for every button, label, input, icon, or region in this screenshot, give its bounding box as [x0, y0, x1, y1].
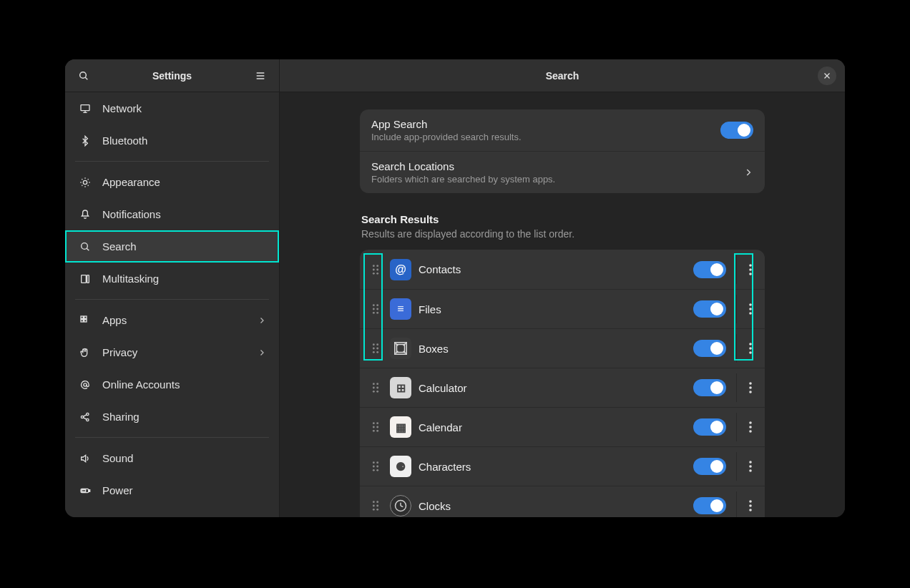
app-row-contacts: @Contacts — [360, 250, 765, 289]
sidebar-item-search[interactable]: Search — [65, 230, 279, 263]
svg-point-61 — [373, 387, 375, 389]
app-row-calculator: ⊞Calculator — [360, 368, 765, 407]
sidebar-item-apps[interactable]: Apps — [65, 304, 279, 336]
sidebar-item-label: Sharing — [102, 411, 140, 423]
kebab-icon[interactable] — [736, 452, 753, 481]
kebab-icon[interactable] — [736, 255, 753, 284]
drag-handle-icon[interactable] — [368, 334, 383, 363]
svg-point-66 — [749, 386, 752, 389]
sidebar-item-multitasking[interactable]: Multitasking — [65, 263, 279, 295]
sidebar-item-label: Sound — [102, 452, 133, 464]
app-toggle-clocks[interactable] — [693, 497, 726, 514]
main-pane: Search App Search Include app-provided s… — [280, 59, 845, 517]
svg-line-1 — [85, 77, 87, 79]
app-toggle-files[interactable] — [693, 300, 726, 318]
search-settings-card: App Search Include app-provided search r… — [360, 109, 765, 193]
svg-point-38 — [376, 308, 378, 310]
app-search-toggle[interactable] — [720, 122, 753, 139]
svg-point-28 — [373, 268, 375, 270]
app-icon-files: ≡ — [390, 298, 411, 320]
kebab-icon[interactable] — [736, 413, 753, 441]
svg-point-34 — [749, 273, 752, 275]
svg-point-47 — [376, 348, 378, 350]
app-toggle-calculator[interactable] — [693, 379, 726, 396]
app-row-calendar: ▦Calendar — [360, 407, 765, 446]
svg-point-62 — [376, 387, 378, 389]
svg-point-96 — [749, 504, 752, 507]
appearance-icon — [78, 177, 92, 188]
sidebar-item-bluetooth[interactable]: Bluetooth — [65, 124, 279, 157]
svg-point-80 — [376, 466, 378, 468]
main-header: Search — [280, 59, 845, 92]
svg-point-30 — [373, 272, 375, 274]
svg-point-84 — [749, 465, 752, 468]
search-locations-row[interactable]: Search Locations Folders which are searc… — [360, 151, 765, 193]
app-name-label: Calendar — [419, 421, 462, 433]
app-search-row: App Search Include app-provided search r… — [360, 109, 765, 151]
svg-point-39 — [373, 312, 375, 314]
sidebar-list: NetworkBluetoothAppearanceNotificationsS… — [65, 92, 279, 517]
drag-handle-icon[interactable] — [368, 295, 383, 323]
svg-point-76 — [749, 430, 752, 433]
svg-rect-22 — [89, 489, 89, 491]
app-search-label: App Search — [371, 118, 522, 130]
sidebar-item-privacy[interactable]: Privacy — [65, 336, 279, 368]
sidebar-item-sound[interactable]: Sound — [65, 442, 279, 474]
svg-point-46 — [373, 348, 375, 350]
svg-point-81 — [373, 469, 375, 471]
svg-point-59 — [373, 383, 375, 385]
svg-rect-23 — [82, 489, 85, 491]
hamburger-icon[interactable] — [250, 66, 270, 86]
svg-point-45 — [376, 343, 378, 346]
svg-point-78 — [376, 461, 378, 464]
sidebar-item-label: Search — [102, 240, 137, 253]
kebab-icon[interactable] — [736, 491, 753, 517]
chevron-right-icon — [258, 348, 266, 357]
sidebar-item-label: Privacy — [102, 346, 137, 358]
drag-handle-icon[interactable] — [368, 413, 383, 441]
drag-handle-icon[interactable] — [368, 373, 383, 402]
drag-handle-icon[interactable] — [368, 255, 383, 284]
svg-point-86 — [373, 501, 375, 503]
sidebar-item-network[interactable]: Network — [65, 92, 279, 124]
kebab-icon[interactable] — [736, 373, 753, 402]
sidebar-separator — [75, 161, 269, 162]
svg-rect-15 — [81, 319, 83, 321]
svg-point-56 — [749, 343, 752, 346]
svg-point-42 — [749, 308, 752, 310]
svg-point-40 — [376, 312, 378, 314]
sidebar-item-appearance[interactable]: Appearance — [65, 166, 279, 198]
search-results-sub: Results are displayed according to the l… — [361, 228, 765, 240]
svg-point-8 — [83, 180, 87, 184]
app-name-label: Calculator — [419, 382, 467, 394]
app-toggle-boxes[interactable] — [693, 340, 726, 357]
app-row-boxes: Boxes — [360, 328, 765, 368]
kebab-icon[interactable] — [736, 295, 753, 323]
app-toggle-contacts[interactable] — [693, 261, 726, 278]
app-toggle-characters[interactable] — [693, 458, 726, 475]
sidebar-item-online-accounts[interactable]: Online Accounts — [65, 368, 279, 401]
svg-point-85 — [749, 469, 752, 472]
sidebar-item-notifications[interactable]: Notifications — [65, 198, 279, 230]
svg-point-72 — [373, 430, 375, 432]
svg-point-91 — [376, 509, 378, 511]
close-icon[interactable] — [818, 67, 836, 85]
kebab-icon[interactable] — [736, 334, 753, 363]
app-icon-calculator: ⊞ — [390, 377, 411, 398]
svg-point-35 — [373, 304, 375, 306]
svg-point-33 — [749, 268, 752, 271]
drag-handle-icon[interactable] — [368, 491, 383, 517]
sidebar-item-sharing[interactable]: Sharing — [65, 401, 279, 433]
sidebar-item-power[interactable]: Power — [65, 474, 279, 506]
bluetooth-icon — [78, 135, 92, 147]
svg-point-95 — [749, 500, 752, 503]
app-toggle-calendar[interactable] — [693, 418, 726, 436]
svg-point-32 — [749, 264, 752, 267]
svg-point-43 — [749, 312, 752, 315]
sound-icon — [78, 453, 92, 464]
bell-icon — [78, 209, 92, 220]
drag-handle-icon[interactable] — [368, 452, 383, 481]
svg-point-77 — [373, 461, 375, 464]
sidebar-separator — [75, 299, 269, 300]
search-icon[interactable] — [74, 66, 94, 86]
